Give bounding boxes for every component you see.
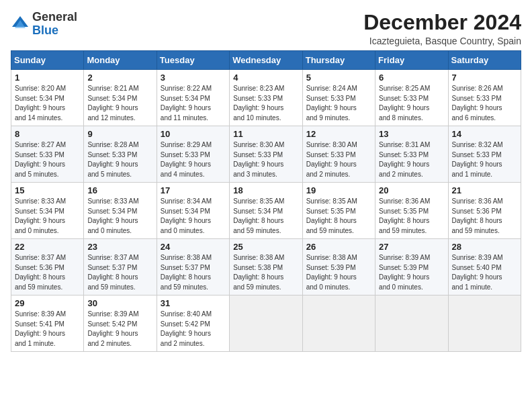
calendar-cell: 17Sunrise: 8:34 AMSunset: 5:34 PMDayligh… — [157, 183, 229, 239]
day-number: 10 — [161, 129, 226, 139]
day-number: 24 — [161, 242, 226, 252]
day-info: Sunrise: 8:35 AMSunset: 5:34 PMDaylight:… — [233, 197, 298, 236]
calendar-cell: 28Sunrise: 8:39 AMSunset: 5:40 PMDayligh… — [448, 239, 521, 295]
day-info: Sunrise: 8:30 AMSunset: 5:33 PMDaylight:… — [306, 140, 371, 179]
day-number: 8 — [15, 129, 80, 139]
day-number: 14 — [452, 129, 517, 139]
day-number: 5 — [306, 73, 371, 83]
day-info: Sunrise: 8:29 AMSunset: 5:33 PMDaylight:… — [161, 140, 226, 179]
calendar-header: SundayMondayTuesdayWednesdayThursdayFrid… — [11, 51, 521, 70]
calendar-cell: 24Sunrise: 8:38 AMSunset: 5:37 PMDayligh… — [157, 239, 229, 295]
calendar-cell — [302, 295, 375, 352]
weekday-header-row: SundayMondayTuesdayWednesdayThursdayFrid… — [11, 51, 521, 70]
day-info: Sunrise: 8:22 AMSunset: 5:34 PMDaylight:… — [161, 84, 226, 123]
logo-icon — [11, 15, 30, 34]
day-number: 6 — [379, 73, 444, 83]
calendar-cell: 1Sunrise: 8:20 AMSunset: 5:34 PMDaylight… — [11, 70, 84, 126]
calendar-cell: 30Sunrise: 8:39 AMSunset: 5:42 PMDayligh… — [84, 295, 157, 352]
weekday-header-thursday: Thursday — [302, 51, 375, 70]
calendar-cell: 25Sunrise: 8:38 AMSunset: 5:38 PMDayligh… — [230, 239, 302, 295]
calendar-week-row: 8Sunrise: 8:27 AMSunset: 5:33 PMDaylight… — [11, 126, 521, 183]
day-number: 4 — [233, 73, 298, 83]
day-info: Sunrise: 8:21 AMSunset: 5:34 PMDaylight:… — [87, 84, 152, 123]
day-info: Sunrise: 8:25 AMSunset: 5:33 PMDaylight:… — [379, 84, 444, 123]
day-number: 12 — [306, 129, 371, 139]
calendar-cell: 7Sunrise: 8:26 AMSunset: 5:33 PMDaylight… — [448, 70, 521, 126]
day-number: 15 — [15, 185, 80, 195]
calendar-cell: 9Sunrise: 8:28 AMSunset: 5:33 PMDaylight… — [84, 126, 157, 183]
calendar-cell: 23Sunrise: 8:37 AMSunset: 5:37 PMDayligh… — [84, 239, 157, 295]
day-info: Sunrise: 8:32 AMSunset: 5:33 PMDaylight:… — [452, 140, 517, 179]
day-number: 30 — [87, 298, 152, 308]
day-info: Sunrise: 8:26 AMSunset: 5:33 PMDaylight:… — [452, 84, 517, 123]
day-info: Sunrise: 8:23 AMSunset: 5:33 PMDaylight:… — [233, 84, 298, 123]
day-info: Sunrise: 8:38 AMSunset: 5:37 PMDaylight:… — [161, 253, 226, 292]
day-info: Sunrise: 8:33 AMSunset: 5:34 PMDaylight:… — [15, 197, 80, 236]
day-info: Sunrise: 8:37 AMSunset: 5:37 PMDaylight:… — [87, 253, 152, 292]
day-number: 9 — [87, 129, 152, 139]
day-number: 17 — [161, 185, 226, 195]
logo: General Blue — [11, 11, 77, 38]
month-title: December 2024 — [363, 11, 521, 34]
logo-general-text: General — [32, 10, 77, 24]
day-number: 2 — [87, 73, 152, 83]
calendar-cell: 19Sunrise: 8:35 AMSunset: 5:35 PMDayligh… — [302, 183, 375, 239]
day-info: Sunrise: 8:37 AMSunset: 5:36 PMDaylight:… — [15, 253, 80, 292]
day-number: 28 — [452, 242, 517, 252]
day-number: 18 — [233, 185, 298, 195]
calendar-cell: 20Sunrise: 8:36 AMSunset: 5:35 PMDayligh… — [375, 183, 448, 239]
day-info: Sunrise: 8:30 AMSunset: 5:33 PMDaylight:… — [233, 140, 298, 179]
calendar-cell — [230, 295, 302, 352]
day-info: Sunrise: 8:27 AMSunset: 5:33 PMDaylight:… — [15, 140, 80, 179]
calendar-week-row: 1Sunrise: 8:20 AMSunset: 5:34 PMDaylight… — [11, 70, 521, 126]
day-number: 3 — [161, 73, 226, 83]
day-info: Sunrise: 8:36 AMSunset: 5:36 PMDaylight:… — [452, 197, 517, 236]
location-text: Icazteguieta, Basque Country, Spain — [363, 36, 521, 46]
day-number: 16 — [87, 185, 152, 195]
calendar-week-row: 29Sunrise: 8:39 AMSunset: 5:41 PMDayligh… — [11, 295, 521, 352]
day-info: Sunrise: 8:39 AMSunset: 5:40 PMDaylight:… — [452, 253, 517, 292]
weekday-header-monday: Monday — [84, 51, 157, 70]
weekday-header-friday: Friday — [375, 51, 448, 70]
calendar-cell: 13Sunrise: 8:31 AMSunset: 5:33 PMDayligh… — [375, 126, 448, 183]
calendar-cell: 14Sunrise: 8:32 AMSunset: 5:33 PMDayligh… — [448, 126, 521, 183]
day-number: 31 — [161, 298, 226, 308]
day-number: 23 — [87, 242, 152, 252]
calendar-cell — [375, 295, 448, 352]
calendar-cell: 4Sunrise: 8:23 AMSunset: 5:33 PMDaylight… — [230, 70, 302, 126]
calendar-cell: 16Sunrise: 8:33 AMSunset: 5:34 PMDayligh… — [84, 183, 157, 239]
day-info: Sunrise: 8:34 AMSunset: 5:34 PMDaylight:… — [161, 197, 226, 236]
weekday-header-tuesday: Tuesday — [157, 51, 229, 70]
calendar-cell: 21Sunrise: 8:36 AMSunset: 5:36 PMDayligh… — [448, 183, 521, 239]
day-info: Sunrise: 8:28 AMSunset: 5:33 PMDaylight:… — [87, 140, 152, 179]
day-number: 29 — [15, 298, 80, 308]
calendar-week-row: 15Sunrise: 8:33 AMSunset: 5:34 PMDayligh… — [11, 183, 521, 239]
calendar-cell: 5Sunrise: 8:24 AMSunset: 5:33 PMDaylight… — [302, 70, 375, 126]
day-info: Sunrise: 8:33 AMSunset: 5:34 PMDaylight:… — [87, 197, 152, 236]
calendar-cell: 10Sunrise: 8:29 AMSunset: 5:33 PMDayligh… — [157, 126, 229, 183]
logo-blue-text: Blue — [32, 24, 58, 37]
day-info: Sunrise: 8:40 AMSunset: 5:42 PMDaylight:… — [161, 310, 226, 349]
calendar-table: SundayMondayTuesdayWednesdayThursdayFrid… — [11, 50, 521, 352]
calendar-cell: 15Sunrise: 8:33 AMSunset: 5:34 PMDayligh… — [11, 183, 84, 239]
day-info: Sunrise: 8:39 AMSunset: 5:39 PMDaylight:… — [379, 253, 444, 292]
day-info: Sunrise: 8:38 AMSunset: 5:39 PMDaylight:… — [306, 253, 371, 292]
day-number: 20 — [379, 185, 444, 195]
day-info: Sunrise: 8:31 AMSunset: 5:33 PMDaylight:… — [379, 140, 444, 179]
weekday-header-wednesday: Wednesday — [230, 51, 302, 70]
day-number: 1 — [15, 73, 80, 83]
day-number: 21 — [452, 185, 517, 195]
day-info: Sunrise: 8:38 AMSunset: 5:38 PMDaylight:… — [233, 253, 298, 292]
calendar-body: 1Sunrise: 8:20 AMSunset: 5:34 PMDaylight… — [11, 70, 521, 352]
day-info: Sunrise: 8:39 AMSunset: 5:41 PMDaylight:… — [15, 310, 80, 349]
day-number: 25 — [233, 242, 298, 252]
day-number: 26 — [306, 242, 371, 252]
calendar-cell: 8Sunrise: 8:27 AMSunset: 5:33 PMDaylight… — [11, 126, 84, 183]
calendar-cell: 11Sunrise: 8:30 AMSunset: 5:33 PMDayligh… — [230, 126, 302, 183]
day-number: 7 — [452, 73, 517, 83]
day-number: 19 — [306, 185, 371, 195]
calendar-cell: 6Sunrise: 8:25 AMSunset: 5:33 PMDaylight… — [375, 70, 448, 126]
weekday-header-saturday: Saturday — [448, 51, 521, 70]
title-block: December 2024 Icazteguieta, Basque Count… — [363, 11, 521, 46]
calendar-cell: 26Sunrise: 8:38 AMSunset: 5:39 PMDayligh… — [302, 239, 375, 295]
